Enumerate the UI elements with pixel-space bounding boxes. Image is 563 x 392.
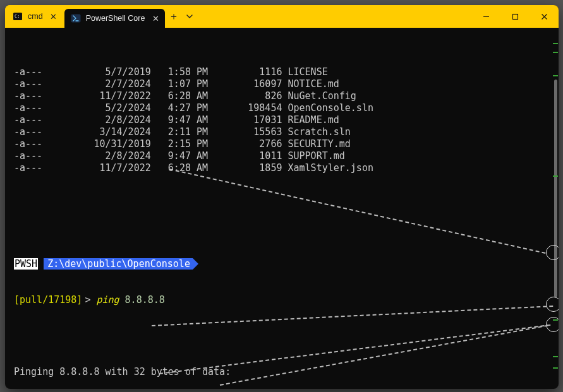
- file-row: -a--- 11/7/2022 6:28 AM 826 NuGet.Config: [14, 90, 554, 102]
- svg-text:C:: C:: [15, 14, 20, 19]
- prompt: PWSH Z:\dev\public\OpenConsole: [14, 258, 554, 270]
- scroll-mark: [553, 75, 558, 76]
- command-line: [pull/17198]> ping 8.8.8.8: [14, 294, 554, 306]
- scroll-mark: [553, 43, 558, 44]
- terminal-surface[interactable]: -a--- 5/7/2019 1:58 PM 1116 LICENSE-a---…: [5, 28, 559, 389]
- title-bar: C: cmd ✕ PowerShell Core ✕ ＋: [5, 5, 559, 28]
- annotation-line: [152, 306, 553, 326]
- tab-label: PowerShell Core: [86, 14, 145, 23]
- tab-powershell[interactable]: PowerShell Core ✕: [64, 9, 166, 28]
- annotation-line: [169, 169, 546, 254]
- minimize-button[interactable]: [471, 5, 500, 28]
- file-row: -a--- 5/7/2019 1:58 PM 1116 LICENSE: [14, 66, 554, 78]
- output-line: Pinging 8.8.8.8 with 32 bytes of data:: [14, 366, 554, 378]
- close-window-button[interactable]: [530, 5, 559, 28]
- scroll-mark: [553, 52, 558, 53]
- tab-label: cmd: [28, 12, 43, 21]
- file-row: -a--- 2/7/2024 1:07 PM 16097 NOTICE.md: [14, 78, 554, 90]
- scroll-thumb[interactable]: [554, 80, 557, 297]
- scroll-mark: [553, 175, 558, 177]
- file-row: -a--- 2/8/2024 9:47 AM 17031 README.md: [14, 114, 554, 126]
- file-row: -a--- 10/31/2019 2:15 PM 2766 SECURITY.m…: [14, 138, 554, 150]
- scroll-mark: [553, 356, 558, 357]
- file-row: -a--- 11/7/2022 6:28 AM 1859 XamlStyler.…: [14, 162, 554, 174]
- file-listing: -a--- 5/7/2019 1:58 PM 1116 LICENSE-a---…: [14, 66, 554, 174]
- file-row: -a--- 3/14/2024 2:11 PM 15563 Scratch.sl…: [14, 126, 554, 138]
- tab-dropdown-button[interactable]: [183, 5, 197, 28]
- close-tab-button[interactable]: ✕: [48, 11, 59, 22]
- tab-strip: C: cmd ✕ PowerShell Core ✕ ＋: [5, 5, 238, 28]
- powershell-icon: [71, 13, 81, 23]
- scrollbar[interactable]: [552, 28, 559, 389]
- scroll-mark: [553, 319, 558, 321]
- close-tab-button[interactable]: ✕: [150, 13, 161, 24]
- svg-rect-4: [512, 14, 518, 19]
- file-row: -a--- 2/8/2024 9:47 AM 1011 SUPPORT.md: [14, 150, 554, 162]
- scroll-mark: [553, 367, 558, 369]
- app-window: C: cmd ✕ PowerShell Core ✕ ＋: [5, 5, 559, 389]
- new-tab-button[interactable]: ＋: [165, 5, 183, 28]
- tab-cmd[interactable]: C: cmd ✕: [5, 5, 64, 28]
- cmd-icon: C:: [13, 11, 23, 21]
- file-row: -a--- 5/2/2024 4:27 PM 198454 OpenConsol…: [14, 102, 554, 114]
- maximize-button[interactable]: [500, 5, 530, 28]
- window-controls: [471, 5, 559, 28]
